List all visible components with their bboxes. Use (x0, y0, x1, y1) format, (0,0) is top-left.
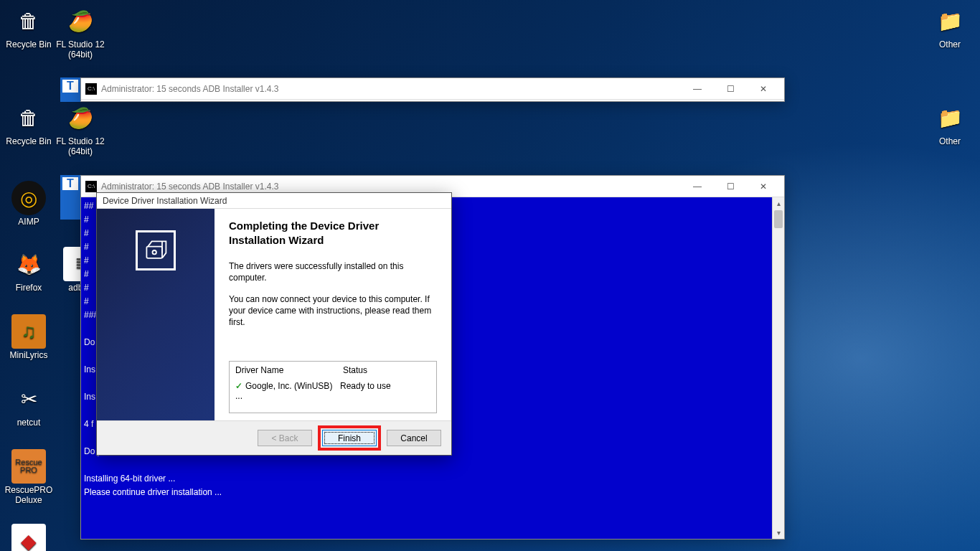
desktop-icon-firefox[interactable]: 🦊Firefox (2, 247, 55, 293)
desktop-icon-netcut[interactable]: ✂netcut (2, 382, 55, 428)
scroll-up-icon[interactable]: ▴ (773, 197, 784, 209)
folder-icon: 📁 (933, 100, 967, 135)
tma-window-partial: T (60, 77, 80, 102)
svg-point-1 (153, 250, 156, 254)
wizard-button-bar: < Back Finish Cancel (97, 420, 451, 455)
scroll-thumb[interactable] (774, 210, 783, 228)
fruit-icon: 🥭 (63, 4, 98, 38)
driver-wizard-dialog[interactable]: Device Driver Installation Wizard Comple… (96, 192, 452, 456)
desktop-icon-unknown[interactable]: ◆ (2, 524, 55, 551)
desktop-icon-other-1[interactable]: 📁Other (923, 4, 976, 50)
wizard-main-panel: Completing the Device Driver Installatio… (215, 209, 451, 420)
desktop-icon-rescuepro[interactable]: RescuePRORescuePRO Deluxe (2, 449, 55, 505)
finish-highlight: Finish (318, 425, 381, 451)
column-driver-name: Driver Name (235, 365, 343, 375)
close-button[interactable]: ✕ (747, 78, 780, 100)
minimize-button[interactable]: — (681, 78, 714, 100)
tma-window-partial-2: T (60, 175, 80, 220)
app-icon: ◆ (11, 524, 46, 551)
wizard-heading: Completing the Device Driver Installatio… (229, 219, 437, 248)
cmd-window-background[interactable]: C:\ Administrator: 15 seconds ADB Instal… (80, 77, 785, 102)
bin-icon: 🗑 (11, 100, 46, 135)
wizard-side-panel (97, 209, 215, 420)
bin-icon: 🗑 (11, 4, 46, 38)
finish-button[interactable]: Finish (322, 430, 377, 446)
close-button[interactable]: ✕ (747, 176, 780, 197)
disk-icon: RescuePRO (11, 449, 46, 484)
desktop-icon-recyclebin[interactable]: 🗑Recycle Bin (2, 4, 55, 50)
device-icon (136, 230, 176, 270)
firefox-icon: 🦊 (11, 247, 46, 281)
cancel-button[interactable]: Cancel (387, 430, 441, 446)
driver-status-text: Ready to use (340, 381, 391, 401)
back-button: < Back (258, 430, 312, 446)
wizard-message-1: The drivers were successfully installed … (229, 260, 437, 283)
fruit-icon: 🥭 (63, 100, 98, 135)
desktop-icon-minilyrics[interactable]: ♫MiniLyrics (2, 314, 55, 360)
cmd-icon: C:\ (85, 83, 97, 95)
scrollbar[interactable]: ▴ ▾ (772, 197, 784, 539)
cmd-icon: C:\ (85, 181, 97, 192)
driver-name-text: Google, Inc. (WinUSB) ... (235, 381, 332, 401)
svg-rect-0 (146, 247, 162, 258)
wizard-message-2: You can now connect your device to this … (229, 293, 437, 328)
maximize-button[interactable]: ☐ (714, 176, 747, 197)
window-title: Administrator: 15 seconds ADB Installer … (101, 182, 681, 192)
minimize-button[interactable]: — (681, 176, 714, 197)
desktop-icon-recyclebin-2[interactable]: 🗑Recycle Bin (2, 100, 55, 146)
column-status: Status (343, 365, 367, 375)
scroll-down-icon[interactable]: ▾ (773, 527, 784, 539)
maximize-button[interactable]: ☐ (714, 78, 747, 100)
desktop-icon-aimp[interactable]: ◎AIMP (2, 181, 55, 227)
driver-list: Driver Name Status ✓Google, Inc. (WinUSB… (229, 361, 437, 413)
window-title: Administrator: 15 seconds ADB Installer … (101, 84, 681, 94)
scissors-icon: ✂ (11, 382, 46, 416)
driver-row: ✓Google, Inc. (WinUSB) ... Ready to use (230, 379, 436, 413)
check-icon: ✓ (235, 381, 242, 391)
music-icon: ♫ (11, 314, 46, 349)
aimp-icon: ◎ (11, 181, 46, 215)
dialog-title: Device Driver Installation Wizard (97, 193, 451, 209)
folder-icon: 📁 (933, 4, 967, 38)
desktop-icon-flstudio-2[interactable]: 🥭FL Studio 12 (64bit) (54, 100, 107, 156)
desktop-icon-other-2[interactable]: 📁Other (923, 100, 976, 146)
titlebar[interactable]: C:\ Administrator: 15 seconds ADB Instal… (81, 78, 784, 100)
desktop-icon-flstudio[interactable]: 🥭FL Studio 12 (64bit) (54, 4, 107, 60)
